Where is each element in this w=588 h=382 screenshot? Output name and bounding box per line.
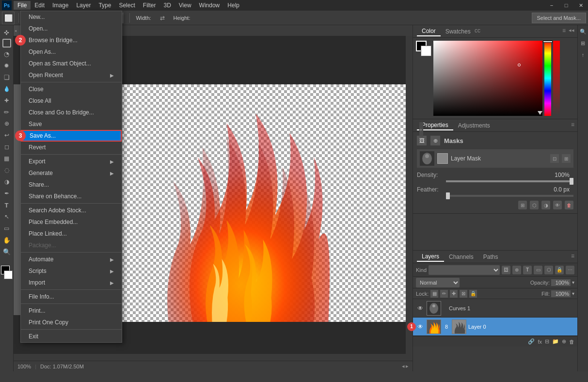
rectangular-marquee-tool[interactable]: [2, 39, 11, 48]
menu-item-search-stock[interactable]: Search Adobe Stock...: [21, 205, 122, 216]
swap-wh-button[interactable]: ⇄: [155, 13, 170, 23]
layer-row-layer0[interactable]: 1 👁 8 Layer 0: [413, 318, 577, 336]
menu-type[interactable]: Type: [95, 1, 115, 10]
bg-swatch[interactable]: [421, 46, 431, 56]
blur-tool[interactable]: ◌: [1, 165, 12, 175]
menu-item-generate[interactable]: Generate ▶: [21, 167, 122, 179]
menu-item-print-one[interactable]: Print One Copy: [21, 317, 122, 328]
share-icon[interactable]: ↑: [579, 50, 588, 59]
menu-item-exit[interactable]: Exit: [21, 331, 122, 342]
history-brush-tool[interactable]: ↩: [1, 130, 12, 141]
menu-item-close-all[interactable]: Close All: [21, 95, 122, 107]
menu-view[interactable]: View: [175, 1, 195, 10]
kind-extra-icon[interactable]: ⋯: [566, 266, 574, 274]
menu-item-close-bridge[interactable]: Close and Go to Bridge...: [21, 107, 122, 118]
kind-type-icon[interactable]: T: [523, 266, 532, 274]
link-layers-icon[interactable]: 🔗: [528, 338, 535, 345]
lock-image-icon[interactable]: ✏: [440, 290, 448, 298]
path-select-tool[interactable]: ↖: [1, 211, 12, 222]
menu-item-print[interactable]: Print...: [21, 305, 122, 317]
eraser-tool[interactable]: ◻: [1, 142, 12, 152]
create-adjustment-icon[interactable]: ⊕: [562, 338, 566, 345]
menu-item-scripts[interactable]: Scripts ▶: [21, 265, 122, 277]
tab-scroll-left[interactable]: ◂: [14, 25, 17, 36]
select-mask-button[interactable]: Select and Mask...: [532, 13, 587, 23]
color-fg-bg[interactable]: [416, 41, 431, 56]
paths-tab[interactable]: Paths: [478, 253, 503, 261]
opacity-input[interactable]: [551, 279, 571, 286]
pen-tool[interactable]: ✒: [1, 188, 12, 199]
menu-item-import[interactable]: Import ▶: [21, 277, 122, 288]
minimize-button[interactable]: −: [544, 0, 559, 11]
crop-tool[interactable]: ❏: [1, 72, 12, 82]
lock-all-icon[interactable]: 🔒: [469, 290, 477, 298]
channels-tab[interactable]: Channels: [444, 253, 478, 261]
layer0-visibility-toggle[interactable]: 👁: [416, 322, 425, 331]
menu-item-save[interactable]: Save: [21, 118, 122, 130]
type-tool[interactable]: T: [1, 200, 12, 210]
menu-item-export[interactable]: Export ▶: [21, 156, 122, 167]
fx-icon[interactable]: fx: [538, 339, 542, 345]
mask-thumbnail[interactable]: [437, 153, 448, 164]
layers-tab[interactable]: Layers: [417, 252, 444, 262]
menu-item-share[interactable]: Share...: [21, 179, 122, 191]
kind-shape-icon[interactable]: ▭: [534, 266, 542, 274]
menu-item-new[interactable]: New...: [21, 11, 122, 23]
curves-visibility-toggle[interactable]: 👁: [416, 304, 425, 313]
feather-slider-thumb[interactable]: [446, 192, 450, 199]
kind-smartobj-icon[interactable]: ⬡: [544, 266, 553, 274]
background-color[interactable]: [4, 271, 13, 279]
zoom-tool[interactable]: 🔍: [1, 246, 12, 257]
scroll-right-icon[interactable]: ▸: [406, 363, 409, 369]
dodge-tool[interactable]: ◑: [1, 176, 12, 187]
hue-strip[interactable]: [544, 41, 551, 116]
move-tool[interactable]: ✜: [1, 27, 12, 38]
menu-item-browse[interactable]: Browse in Bridge...: [21, 34, 122, 46]
menu-edit[interactable]: Edit: [31, 1, 48, 10]
hand-tool[interactable]: ✋: [1, 235, 12, 245]
menu-item-revert[interactable]: Revert: [21, 142, 122, 153]
shape-tool[interactable]: ▭: [1, 223, 12, 234]
lasso-tool[interactable]: ◔: [1, 48, 12, 59]
fill-dropdown-arrow[interactable]: ▾: [572, 291, 574, 296]
layout-icon[interactable]: ⊞: [579, 39, 588, 48]
mask-apply-icon[interactable]: ⊡: [550, 154, 559, 163]
adjustments-tab[interactable]: Adjustments: [453, 121, 495, 130]
kind-lock-icon[interactable]: 🔒: [555, 266, 564, 274]
alpha-strip[interactable]: [553, 41, 560, 116]
layers-options[interactable]: ≡: [571, 253, 574, 259]
menu-image[interactable]: Image: [48, 1, 72, 10]
clone-stamp-tool[interactable]: ⊕: [1, 118, 12, 129]
menu-item-close[interactable]: Close: [21, 83, 122, 95]
color-gradient-area[interactable]: [433, 41, 542, 116]
gradient-tool[interactable]: ▦: [1, 153, 12, 164]
layer-row-curves[interactable]: 👁 Curves 1: [413, 299, 577, 318]
menu-file[interactable]: File: [14, 1, 31, 10]
color-tab[interactable]: Color: [417, 27, 441, 36]
scroll-left-icon[interactable]: ◂: [402, 363, 405, 369]
create-group-icon[interactable]: 📁: [552, 338, 559, 345]
lock-artboard-icon[interactable]: ⊠: [460, 290, 467, 298]
maximize-button[interactable]: □: [559, 0, 573, 11]
eyedropper-tool[interactable]: 💧: [1, 83, 12, 94]
menu-item-place-linked[interactable]: Place Linked...: [21, 228, 122, 239]
quick-select-tool[interactable]: ✹: [1, 60, 12, 71]
menu-item-open-recent[interactable]: Open Recent ▶: [21, 69, 122, 81]
add-mask-icon[interactable]: ⊟: [545, 338, 549, 345]
fill-input[interactable]: [551, 290, 571, 297]
healing-tool[interactable]: ✚: [1, 95, 12, 106]
menu-window[interactable]: Window: [195, 1, 224, 10]
fg-bg-selector[interactable]: [0, 266, 14, 279]
menu-3d[interactable]: 3D: [159, 1, 175, 10]
properties-options[interactable]: ≡: [571, 121, 574, 128]
add-pixel-mask-icon[interactable]: ⊞: [518, 201, 527, 209]
density-slider-thumb[interactable]: [570, 178, 573, 185]
menu-select[interactable]: Select: [115, 1, 139, 10]
lock-transparent-icon[interactable]: ▦: [430, 290, 438, 298]
menu-item-share-behance[interactable]: Share on Behance...: [21, 191, 122, 202]
menu-item-open[interactable]: Open...: [21, 23, 122, 34]
color-spectrum[interactable]: [433, 41, 542, 116]
opacity-dropdown-arrow[interactable]: ▾: [572, 280, 574, 285]
brush-tool[interactable]: ✏: [1, 107, 12, 117]
menu-item-file-info[interactable]: File Info...: [21, 291, 122, 302]
